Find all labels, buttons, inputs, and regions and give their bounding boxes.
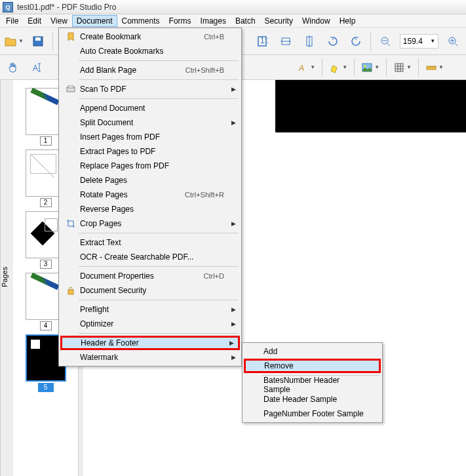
menu-batch[interactable]: Batch	[231, 15, 260, 27]
menu-item-label: Date Header Sample	[261, 395, 365, 404]
menu-images[interactable]: Images	[196, 15, 231, 27]
menu-item-label: Auto Create Bookmarks	[77, 47, 224, 56]
menu-item-date-header-sample[interactable]: Date Header Sample	[244, 392, 381, 407]
zoom-out-button[interactable]	[376, 32, 395, 50]
grid-button[interactable]: ▼	[393, 62, 412, 73]
menu-item-label: Create Bookmark	[77, 32, 191, 41]
hand-tool-button[interactable]	[4, 58, 22, 77]
menu-item-label: Extract Pages to PDF	[77, 147, 224, 156]
app-icon: Q	[3, 2, 13, 12]
menu-comments[interactable]: Comments	[117, 15, 165, 27]
zoom-in-button[interactable]	[444, 32, 462, 50]
menu-item-label: Document Security	[77, 286, 224, 295]
pages-panel-tab[interactable]: Pages	[0, 80, 13, 476]
menu-item-label: Add Blank Page	[77, 66, 172, 75]
menu-item-auto-create-bookmarks[interactable]: Auto Create Bookmarks	[60, 44, 240, 58]
thumbnail-number: 5	[38, 383, 54, 392]
menu-item-label: BatesNumber Header Sample	[261, 376, 365, 394]
menubar: FileEditViewDocumentCommentsFormsImagesB…	[0, 14, 466, 28]
lock-icon	[64, 286, 77, 295]
menu-item-header-footer[interactable]: Header & Footer▶	[60, 336, 240, 350]
menu-item-label: Delete Pages	[77, 176, 224, 185]
menu-item-label: Optimizer	[77, 319, 224, 328]
menu-file[interactable]: File	[1, 15, 23, 27]
ruler-button[interactable]: ▼	[425, 62, 444, 73]
menu-item-label: PageNumber Footer Sample	[261, 409, 365, 418]
svg-text:A: A	[298, 64, 304, 73]
zoom-value: 159.4	[403, 37, 423, 46]
menu-item-label: Watermark	[77, 353, 224, 362]
menu-document[interactable]: Document	[72, 15, 117, 27]
svg-rect-15	[68, 290, 73, 294]
menu-item-delete-pages[interactable]: Delete Pages	[60, 173, 240, 188]
menu-help[interactable]: Help	[335, 15, 360, 27]
image-button[interactable]: ▼	[361, 62, 379, 73]
menu-item-label: Extract Text	[77, 238, 224, 247]
menu-item-insert-pages-from-pdf[interactable]: Insert Pages from PDF	[60, 130, 240, 144]
menu-item-label: Rotate Pages	[77, 190, 172, 199]
menu-window[interactable]: Window	[298, 15, 335, 27]
menu-item-label: Scan To PDF	[77, 85, 224, 94]
menu-item-create-bookmark[interactable]: Create BookmarkCtrl+B	[60, 30, 240, 44]
menu-item-add[interactable]: Add	[244, 344, 381, 359]
titlebar: Q test01.pdf* - PDF Studio Pro	[0, 0, 466, 14]
menu-shortcut: Ctrl+B	[204, 33, 224, 41]
menu-item-batesnumber-header-sample[interactable]: BatesNumber Header Sample	[244, 378, 381, 392]
submenu-arrow-icon: ▶	[231, 354, 236, 361]
menu-item-add-blank-page[interactable]: Add Blank PageCtrl+Shift+B	[60, 63, 240, 77]
menu-item-pagenumber-footer-sample[interactable]: PageNumber Footer Sample	[244, 407, 381, 421]
menu-security[interactable]: Security	[260, 15, 298, 27]
text-select-button[interactable]: A	[29, 58, 47, 77]
menu-item-scan-to-pdf[interactable]: Scan To PDF▶	[60, 82, 240, 96]
menu-shortcut: Ctrl+D	[204, 272, 224, 280]
menu-item-watermark[interactable]: Watermark▶	[60, 350, 240, 365]
svg-text:1:1: 1:1	[260, 36, 268, 45]
submenu-arrow-icon: ▶	[231, 306, 236, 313]
fit-page-button[interactable]: 1:1	[254, 32, 272, 50]
thumbnail-number: 2	[40, 198, 52, 207]
menu-item-remove[interactable]: Remove	[244, 359, 381, 373]
menu-item-extract-text[interactable]: Extract Text	[60, 235, 240, 250]
svg-point-11	[364, 65, 366, 67]
menu-item-crop-pages[interactable]: Crop Pages▶	[60, 216, 240, 231]
menu-item-preflight[interactable]: Preflight▶	[60, 302, 240, 317]
menu-edit[interactable]: Edit	[23, 15, 46, 27]
svg-rect-14	[68, 86, 73, 88]
menu-item-label: Append Document	[77, 104, 224, 113]
menu-item-document-properties[interactable]: Document PropertiesCtrl+D	[60, 269, 240, 283]
menu-item-document-security[interactable]: Document Security	[60, 283, 240, 298]
rotate-ccw-button[interactable]	[324, 32, 342, 50]
menu-shortcut: Ctrl+Shift+B	[185, 66, 224, 74]
document-menu: Create BookmarkCtrl+BAuto Create Bookmar…	[58, 28, 242, 367]
fit-width-button[interactable]	[277, 32, 295, 50]
highlight-button[interactable]: ▼	[329, 62, 347, 73]
menu-view[interactable]: View	[46, 15, 72, 27]
menu-forms[interactable]: Forms	[165, 15, 196, 27]
text-annot-button[interactable]: A▼	[297, 62, 315, 73]
save-button[interactable]	[29, 32, 47, 50]
rotate-cw-button[interactable]	[347, 32, 365, 50]
svg-text:A: A	[33, 64, 38, 73]
menu-item-ocr-create-searchable-pdf-[interactable]: OCR - Create Searchable PDF...	[60, 250, 240, 264]
menu-item-label: Preflight	[77, 305, 224, 314]
svg-rect-1	[35, 37, 41, 41]
thumbnail-number: 3	[40, 260, 52, 269]
menu-item-replace-pages-from-pdf[interactable]: Replace Pages from PDF	[60, 159, 240, 173]
menu-item-append-document[interactable]: Append Document	[60, 101, 240, 115]
submenu-arrow-icon: ▶	[231, 86, 236, 92]
menu-item-extract-pages-to-pdf[interactable]: Extract Pages to PDF	[60, 144, 240, 159]
bookmark-icon	[64, 32, 77, 41]
window-title: test01.pdf* - PDF Studio Pro	[17, 3, 116, 12]
menu-item-label: OCR - Create Searchable PDF...	[77, 252, 224, 262]
menu-item-reverse-pages[interactable]: Reverse Pages	[60, 202, 240, 216]
submenu-arrow-icon: ▶	[231, 220, 236, 227]
menu-item-rotate-pages[interactable]: Rotate PagesCtrl+Shift+R	[60, 188, 240, 202]
menu-item-split-document[interactable]: Split Document▶	[60, 115, 240, 130]
fit-height-button[interactable]	[300, 32, 319, 50]
zoom-input[interactable]: 159.4▼	[400, 34, 438, 49]
menu-item-label: Crop Pages	[77, 219, 224, 228]
submenu-arrow-icon: ▶	[231, 321, 236, 327]
open-button[interactable]: ▼	[4, 35, 24, 48]
menu-item-label: Document Properties	[77, 271, 191, 281]
menu-item-optimizer[interactable]: Optimizer▶	[60, 317, 240, 331]
